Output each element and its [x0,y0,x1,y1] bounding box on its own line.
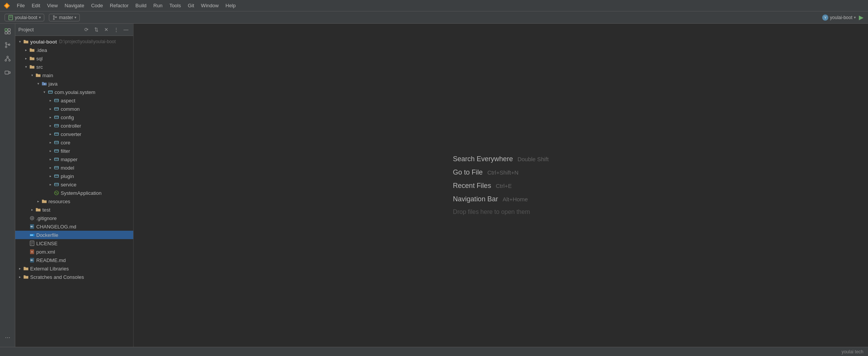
menu-view[interactable]: View [44,2,61,10]
branch-badge[interactable]: master ▾ [49,14,80,21]
tree-item-src[interactable]: src [15,63,133,71]
plugins-icon [4,69,11,76]
tree-item-test[interactable]: test [15,206,133,214]
tree-item-resources[interactable]: resources [15,197,133,206]
tree-item-changelog[interactable]: M↓ CHANGELOG.md [15,222,133,231]
menu-file[interactable]: File [14,2,28,10]
menu-git[interactable]: Git [185,2,197,10]
svg-text:M↓: M↓ [31,225,34,228]
sort-icon[interactable]: ⇅ [92,26,100,34]
svg-rect-11 [5,32,7,34]
hint-drop-text: Drop files here to open them [453,209,530,215]
run-button[interactable]: ▶ [859,14,863,21]
arrow-java [35,81,41,87]
tree-item-model[interactable]: model [15,163,133,172]
arrow-main [29,72,35,78]
svg-line-21 [8,58,10,60]
more-icon: ⋯ [5,335,10,341]
arrow-common [47,106,53,112]
tree-item-com-youlai[interactable]: com.youlai.system [15,88,133,96]
arrow-test [29,207,35,213]
package-icon-core [53,139,60,146]
project-badge[interactable]: youlai-boot ▾ [5,14,44,21]
svg-point-6 [53,18,54,19]
user-avatar: Y [822,15,828,21]
tree-item-systemapplication[interactable]: SystemApplication [15,189,133,197]
refresh-icon[interactable]: ⟳ [82,26,90,34]
branch-chevron: ▾ [74,15,76,19]
tree-item-filter[interactable]: filter [15,147,133,155]
close-sidebar-icon[interactable]: ✕ [102,26,110,34]
label-idea: .idea [36,47,47,53]
arrow-converter [47,131,53,137]
tree-item-service[interactable]: service [15,180,133,189]
sidebar-header-icons: ⟳ ⇅ ✕ ⋮ — [82,26,130,34]
icon-structure[interactable] [2,53,14,65]
icon-vcs[interactable] [2,39,14,51]
tree-item-gitignore[interactable]: .gitignore [15,214,133,222]
folder-icon-scratches [23,274,29,280]
arrow-gitignore [23,215,29,221]
tree-item-converter[interactable]: converter [15,130,133,138]
user-badge[interactable]: Y youlai-boot ▾ [822,15,856,21]
tree-item-config[interactable]: config [15,113,133,121]
tree-item-sql[interactable]: sql [15,54,133,63]
options-icon[interactable]: ⋮ [112,26,120,34]
svg-text:m: m [31,251,33,253]
svg-rect-25 [48,91,53,94]
label-core: core [61,140,70,146]
hint-block: Search Everywhere Double Shift Go to Fil… [453,155,549,215]
package-icon-filter [53,148,60,154]
tree-item-plugin[interactable]: plugin [15,172,133,180]
icon-project[interactable] [2,25,14,37]
svg-rect-22 [5,71,9,74]
tree-item-youlai-boot[interactable]: youlai-boot D:\project\youlai\youlai-boo… [15,37,133,46]
tree-item-aspect[interactable]: aspect [15,96,133,105]
svg-text:J: J [44,83,45,85]
tree-item-java[interactable]: J java [15,79,133,88]
svg-rect-27 [55,99,59,102]
svg-point-5 [53,15,54,16]
hint-goto-action: Go to File [453,168,483,176]
hint-row-search: Search Everywhere Double Shift [453,155,549,163]
tree-item-controller[interactable]: controller [15,121,133,130]
svg-rect-41 [55,158,59,161]
svg-rect-37 [55,141,59,144]
label-systemapplication: SystemApplication [61,190,102,196]
tree-item-idea[interactable]: .idea [15,46,133,54]
tree-item-core[interactable]: core [15,138,133,147]
tree-item-license[interactable]: LICENSE [15,239,133,248]
tree-item-scratches[interactable]: Scratches and Consoles [15,273,133,281]
tree-item-external-libs[interactable]: External Libraries [15,264,133,273]
tree-item-dockerfile[interactable]: Dockerfile [15,231,133,239]
menu-help[interactable]: Help [223,2,239,10]
menu-run[interactable]: Run [150,2,166,10]
svg-rect-45 [55,175,59,178]
label-scratches: Scratches and Consoles [30,274,84,280]
minimize-icon[interactable]: — [122,26,130,34]
project-chevron: ▾ [39,15,41,19]
label-readme: README.md [36,257,66,263]
menu-code[interactable]: Code [88,2,106,10]
license-icon [29,240,35,246]
menu-build[interactable]: Build [132,2,150,10]
label-converter: converter [61,131,81,137]
tree-item-pom[interactable]: m pom.xml [15,248,133,256]
menu-refactor[interactable]: Refactor [107,2,132,10]
tree-item-readme[interactable]: M↓ README.md [15,256,133,264]
icon-plugins[interactable] [2,66,14,79]
docker-icon-dockerfile [29,232,35,238]
tree-item-mapper[interactable]: mapper [15,155,133,163]
hint-row-goto: Go to File Ctrl+Shift+N [453,168,519,176]
tree-item-common[interactable]: common [15,105,133,113]
menu-window[interactable]: Window [198,2,222,10]
menu-tools[interactable]: Tools [166,2,184,10]
menu-navigate[interactable]: Navigate [61,2,87,10]
icon-more[interactable]: ⋯ [2,332,14,344]
package-icon-aspect [53,97,60,104]
arrow-youlai-boot [17,39,23,45]
svg-point-14 [5,46,7,48]
menu-edit[interactable]: Edit [29,2,43,10]
svg-point-18 [5,60,6,61]
tree-item-main[interactable]: main [15,71,133,79]
